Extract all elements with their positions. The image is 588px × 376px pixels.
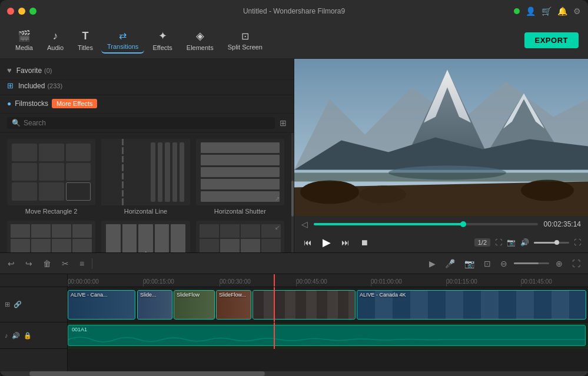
transition-grid-zoom-in[interactable]: Grid Zoom In xyxy=(7,221,95,252)
timeline-mic-icon[interactable]: 🎤 xyxy=(442,257,458,270)
video-clip-6[interactable]: ALIVE - Canada 4K xyxy=(357,290,586,320)
audio-lock-icon[interactable]: 🔒 xyxy=(24,332,32,340)
filter-included[interactable]: Included (233) xyxy=(18,82,62,90)
audio-note-icon[interactable]: ♪ xyxy=(5,332,8,339)
list-button[interactable]: ≡ xyxy=(77,257,87,270)
volume-icon[interactable]: 🔊 xyxy=(520,238,529,247)
search-icon: 🔍 xyxy=(12,119,21,127)
more-effects-button[interactable]: More Effects xyxy=(52,99,98,108)
fullscreen-icon[interactable]: ⛶ xyxy=(495,238,502,247)
search-bar: 🔍 ⊞ xyxy=(0,114,294,133)
svg-point-10 xyxy=(359,186,406,204)
audio-clip-label-1: 001A1 xyxy=(72,327,87,332)
video-clip-1[interactable]: ALIVE - Cana... xyxy=(68,290,135,320)
snapshot-icon[interactable]: 📷 xyxy=(507,238,516,247)
link-icon[interactable]: 🔗 xyxy=(14,301,22,308)
video-preview xyxy=(294,59,588,216)
transitions-scrollbar[interactable] xyxy=(291,133,294,252)
preview-panel: ◁ 00:02:35:14 ⏮ ▶ ⏭ ⏹ 1/2 ⛶ 📷 🔊 xyxy=(294,59,588,252)
audio-track: 001A1 xyxy=(68,322,588,349)
titles-icon: T xyxy=(82,30,89,42)
progress-fill xyxy=(314,223,466,225)
video-track: ALIVE - Cana... Slide... SlideFlow Slide… xyxy=(68,287,588,322)
audio-icon: ♪ xyxy=(53,30,58,42)
stop-button[interactable]: ⏹ xyxy=(358,237,371,248)
titlebar: Untitled - Wondershare Filmora9 👤 🛒 🔔 ⚙ xyxy=(0,0,588,22)
toolbar-media[interactable]: 🎬 Media xyxy=(9,27,39,54)
toolbar-elements[interactable]: ◈ Elements xyxy=(181,27,220,54)
playhead-audio xyxy=(274,322,275,349)
video-clip-3[interactable]: SlideFlow xyxy=(174,290,215,320)
search-input[interactable] xyxy=(24,119,270,127)
undo-button[interactable]: ↩ xyxy=(5,257,18,270)
transition-thumb-vert-shutter: ↕ xyxy=(101,221,190,252)
timeline-snap-icon[interactable]: ⊡ xyxy=(481,257,494,270)
ruler-mark-60: 00:01:00:00 xyxy=(371,278,402,285)
quality-badge[interactable]: 1/2 xyxy=(474,238,490,247)
scissors-button[interactable]: ✂ xyxy=(59,257,72,270)
redo-button[interactable]: ↪ xyxy=(22,257,35,270)
audio-volume-icon[interactable]: 🔊 xyxy=(12,332,20,340)
close-button[interactable] xyxy=(7,8,14,15)
audio-clip-1[interactable]: 001A1 xyxy=(68,325,586,346)
add-track-icon[interactable]: ⊞ xyxy=(5,301,10,308)
toolbar-audio[interactable]: ♪ Audio xyxy=(41,28,69,54)
video-clip-2[interactable]: Slide... xyxy=(137,290,172,320)
transition-move-rect-2[interactable]: Move Rectangle 2 xyxy=(7,139,95,215)
video-clip-5[interactable] xyxy=(253,290,356,320)
transition-horiz-shutter[interactable]: ↗ Horizontal Shutter xyxy=(196,139,284,215)
toolbar-effects[interactable]: ✦ Effects xyxy=(147,27,178,54)
timeline-zoom-slider[interactable] xyxy=(514,262,549,264)
toolbar-transitions[interactable]: ⇄ Transitions xyxy=(101,28,144,54)
video-clip-4[interactable]: SlideFlow... xyxy=(216,290,251,320)
transition-grid-zoom-out[interactable]: ↙ Grid Zoom Out xyxy=(196,221,284,252)
notification-icon[interactable]: 🔔 xyxy=(557,6,567,16)
playhead-video xyxy=(274,287,275,322)
transition-vert-shutter[interactable]: ↕ Vertical Shutter xyxy=(101,221,190,252)
timeline-content: ⊞ 🔗 ♪ 🔊 🔒 00:00:00:00 00:00:15:00 00:00:… xyxy=(0,274,588,371)
toolbar-split-screen[interactable]: ⊡ Split Screen xyxy=(222,28,268,53)
timeline-scrollbar[interactable] xyxy=(0,371,588,376)
timeline-fullscreen-icon[interactable]: ⛶ xyxy=(569,257,583,270)
view-grid-icon[interactable]: ⊞ xyxy=(280,118,287,128)
next-frame-button[interactable]: ⏭ xyxy=(339,237,352,248)
timeline-cam-icon[interactable]: 📷 xyxy=(461,257,477,270)
cart-icon[interactable]: 🛒 xyxy=(542,6,552,16)
play-button[interactable]: ▶ xyxy=(320,235,333,250)
play-buttons: ⏮ ▶ ⏭ ⏹ xyxy=(301,235,371,250)
previous-frame-button[interactable]: ⏮ xyxy=(301,237,314,248)
filmstocks-label: Filmstocks xyxy=(15,99,48,108)
favorite-label: Favorite xyxy=(16,66,42,75)
filter-favorite[interactable]: Favorite (0) xyxy=(16,66,52,75)
transition-thumb-move-rect-2 xyxy=(7,139,95,205)
included-count: (233) xyxy=(47,82,62,89)
timeline-minus-icon[interactable]: ⊖ xyxy=(497,257,510,270)
track-labels: ⊞ 🔗 ♪ 🔊 🔒 xyxy=(0,274,68,371)
timeline-plus-icon[interactable]: ⊕ xyxy=(553,257,566,270)
expand-icon[interactable]: ⛶ xyxy=(574,238,581,247)
filter-included-bar: ⊞ Included (233) xyxy=(0,80,294,95)
preview-right-buttons: 1/2 ⛶ 📷 🔊 ⛶ xyxy=(474,238,581,247)
settings-icon[interactable]: ⚙ xyxy=(573,6,581,16)
volume-fill xyxy=(534,242,555,244)
volume-slider[interactable] xyxy=(534,242,569,244)
minimize-button[interactable] xyxy=(18,8,25,15)
window-title: Untitled - Wondershare Filmora9 xyxy=(243,7,345,15)
ruler-mark-105: 00:01:45:00 xyxy=(521,278,552,285)
account-icon[interactable]: 👤 xyxy=(526,6,536,16)
playhead xyxy=(274,274,275,287)
toolbar-titles[interactable]: T Titles xyxy=(72,28,99,54)
timeline-play-icon[interactable]: ▶ xyxy=(426,257,438,270)
transition-horiz-line[interactable]: Horizontal Line xyxy=(101,139,190,215)
split-screen-icon: ⊡ xyxy=(241,31,249,42)
transition-thumb-horiz-shutter: ↗ xyxy=(196,139,284,205)
audio-waveform xyxy=(68,334,585,345)
export-button[interactable]: EXPORT xyxy=(524,32,579,48)
progress-bar[interactable] xyxy=(314,223,538,225)
maximize-button[interactable] xyxy=(29,8,36,15)
ruler-mark-45: 00:00:45:00 xyxy=(296,278,327,285)
toolbar-divider xyxy=(92,258,92,269)
search-input-wrap[interactable]: 🔍 xyxy=(7,117,275,129)
timeline-ruler: 00:00:00:00 00:00:15:00 00:00:30:00 00:0… xyxy=(68,274,588,287)
delete-button[interactable]: 🗑 xyxy=(40,257,54,270)
